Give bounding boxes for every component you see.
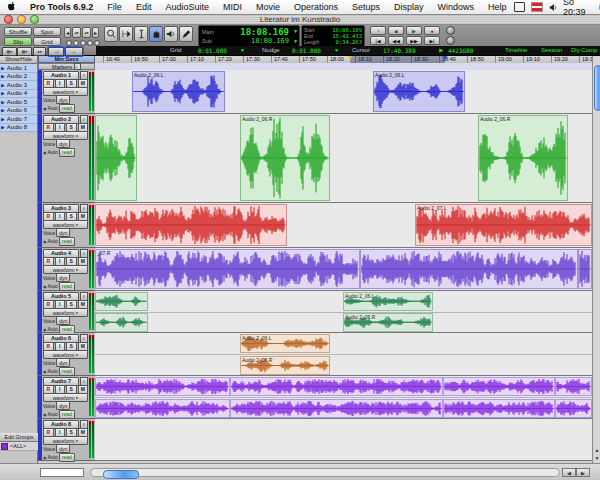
sub-counter-value[interactable]: 18:08.169 (251, 37, 289, 45)
zoom-vertical-audio[interactable]: ▴▾ (72, 27, 81, 38)
audio-region-audio-2-06-l[interactable]: Audio 2_06.L (343, 292, 433, 311)
stop-button[interactable]: ■ (388, 26, 404, 35)
grid-menu-icon[interactable]: ▼ (240, 47, 245, 53)
audio-region[interactable] (555, 399, 592, 418)
nudge-menu-icon[interactable]: ▼ (334, 47, 339, 53)
audio-region[interactable] (578, 249, 592, 289)
menu-midi[interactable]: MIDI (216, 2, 249, 12)
track-lane-audio-8[interactable] (95, 419, 592, 461)
audio-region[interactable] (443, 377, 555, 396)
mode-spot-button[interactable]: Spot (33, 27, 61, 36)
audio-region[interactable] (230, 377, 443, 396)
trim-tool-button[interactable] (119, 26, 133, 42)
audio-region-audio-2-06-r[interactable]: Audio 2_06.R (478, 115, 568, 201)
main-counter-menu-icon[interactable]: ▼ (294, 28, 297, 34)
pencil-tool-button[interactable] (179, 26, 193, 42)
scroll-down-arrow[interactable]: ▼ (593, 454, 600, 462)
bottom-text-field[interactable] (40, 468, 84, 477)
zoom-vertical-midi[interactable]: ▴▾ (82, 27, 91, 38)
audio-region-audio-2-06-r[interactable]: Audio 2_06.R (343, 313, 433, 332)
automation-mode-selector[interactable]: read (59, 410, 75, 419)
track-lane-audio-7[interactable] (95, 376, 592, 419)
scroll-up-arrow[interactable]: ▲ (593, 446, 600, 454)
fast-forward-button[interactable]: ▶▶ (406, 36, 422, 45)
menu-clock[interactable]: So 20:39 (563, 0, 593, 17)
window-title-bar[interactable]: Literatur im Kunstradio (0, 14, 600, 25)
menu-movie[interactable]: Movie (249, 2, 287, 12)
audio-region-audio-2-06-l[interactable]: Audio 2_06.L (373, 71, 465, 112)
zoom-in-button[interactable]: ▸ (92, 27, 99, 38)
rewind-button[interactable]: ◀◀ (388, 36, 404, 45)
menu-edit[interactable]: Edit (129, 2, 159, 12)
track-view-icon[interactable]: ▦▾ (17, 47, 32, 56)
zoom-button[interactable] (30, 15, 39, 24)
go-to-end-button[interactable]: ▶| (424, 36, 440, 45)
audio-region-audio-2-07-l[interactable]: Audio 2_07.L (415, 204, 592, 246)
main-counter-value[interactable]: 18:08.169 (240, 27, 289, 37)
track-lane-audio-6[interactable]: Audio 2_06.LAudio 2_06.R (95, 333, 592, 376)
zoom-out-button[interactable]: ◂ (64, 27, 71, 38)
audio-region[interactable] (95, 292, 148, 311)
edit-groups-header[interactable]: Edit Groups (0, 433, 38, 442)
audio-region[interactable] (230, 399, 443, 418)
automation-mode-selector[interactable]: read (59, 237, 75, 246)
audio-region[interactable] (95, 377, 230, 396)
automation-mode-selector[interactable]: read (59, 104, 75, 113)
display-icon[interactable] (514, 2, 525, 12)
close-button[interactable] (4, 15, 13, 24)
session-status[interactable]: Session (541, 47, 562, 53)
menu-windows[interactable]: Windows (431, 2, 482, 12)
track-lane-audio-4[interactable]: _07.R (95, 248, 592, 291)
automation-mode-selector[interactable]: read (59, 148, 75, 157)
minimize-button[interactable] (17, 15, 26, 24)
mode-grid-button[interactable]: Grid (33, 37, 61, 46)
show-hide-item-audio-5[interactable]: ▶Audio 5 (0, 98, 37, 107)
grid-value[interactable]: 0:01.000 (198, 47, 227, 54)
pre-roll-knob[interactable] (446, 26, 455, 35)
return-to-zero-button[interactable]: |◀ (370, 36, 386, 45)
zoomer-tool-button[interactable] (104, 26, 118, 42)
menu-pro-tools-6-9-2[interactable]: Pro Tools 6.9.2 (23, 2, 100, 12)
menu-help[interactable]: Help (481, 2, 514, 12)
delay-comp-status[interactable]: Dly Comp (571, 47, 597, 53)
add-marker-button[interactable]: + (74, 63, 81, 70)
record-button[interactable]: ● (424, 26, 440, 35)
audio-region-audio-2-06-r[interactable]: Audio 2_06.R (240, 115, 330, 201)
menu-display[interactable]: Display (387, 2, 431, 12)
show-hide-item-audio-4[interactable]: ▶Audio 4 (0, 90, 37, 99)
menu-audiosuite[interactable]: AudioSuite (158, 2, 216, 12)
audio-region[interactable] (555, 377, 592, 396)
sub-counter-menu-icon[interactable]: ▼ (294, 38, 297, 44)
tab-to-transient-icon[interactable]: →| (48, 47, 64, 56)
mode-shuffle-button[interactable]: Shuffle (4, 27, 32, 36)
audio-region[interactable] (95, 204, 287, 246)
audio-region[interactable] (360, 249, 578, 289)
track-lane-audio-3[interactable]: Audio 2_07.L (95, 203, 592, 248)
speaker-icon[interactable] (549, 3, 557, 12)
audio-region-audio-2-06-r[interactable]: Audio 2_06.R (240, 356, 330, 375)
menu-file[interactable]: File (100, 2, 129, 12)
scrubber-tool-button[interactable] (164, 26, 178, 42)
audio-region-audio-2-06-l[interactable]: Audio 2_06.L (132, 71, 225, 112)
linearity-icon[interactable]: ●▾ (33, 47, 46, 56)
show-hide-item-audio-6[interactable]: ▶Audio 6 (0, 107, 37, 116)
length-value[interactable]: 0:34.263 (336, 39, 363, 45)
show-hide-item-audio-2[interactable]: ▶Audio 2 (0, 73, 37, 82)
audio-region[interactable] (95, 115, 137, 201)
show-hide-item-audio-7[interactable]: ▶Audio 7 (0, 115, 37, 124)
post-roll-knob[interactable] (446, 36, 455, 45)
horizontal-scrollbar[interactable] (90, 468, 560, 477)
link-edit-timeline-icon[interactable]: ↔ (65, 47, 83, 56)
mode-slip-button[interactable]: Slip (4, 37, 32, 46)
flag-icon[interactable] (531, 2, 543, 12)
audio-region[interactable] (443, 399, 555, 418)
selector-tool-button[interactable] (134, 26, 148, 42)
track-height-icon[interactable]: ▦▾ (2, 47, 17, 56)
track-lane-audio-2[interactable]: Audio 2_06.RAudio 2_06.R (95, 114, 592, 203)
show-hide-item-audio-3[interactable]: ▶Audio 3 (0, 81, 37, 90)
show-hide-item-audio-8[interactable]: ▶Audio 8 (0, 124, 37, 133)
grabber-tool-button[interactable] (149, 26, 163, 42)
edit-group-item[interactable]: <ALL> (0, 442, 38, 451)
menu-operations[interactable]: Operations (287, 2, 345, 12)
markers-ruler-name[interactable]: Markers + (38, 63, 95, 70)
